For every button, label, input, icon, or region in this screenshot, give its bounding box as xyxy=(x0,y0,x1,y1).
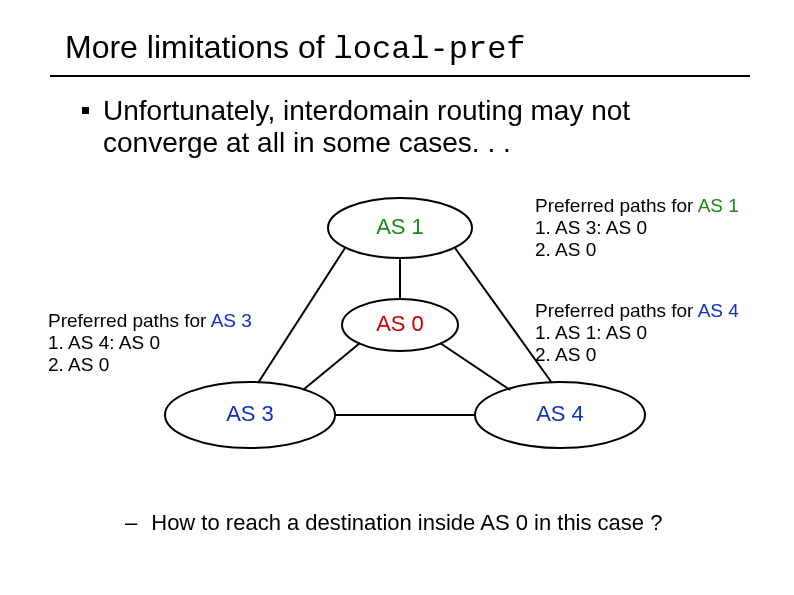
svg-line-7 xyxy=(303,343,360,390)
dash-icon: – xyxy=(125,510,137,536)
pp-as4-heading-as: AS 4 xyxy=(698,300,739,321)
pp-as1-heading: Preferred paths for AS 1 xyxy=(535,195,785,217)
preferred-paths-as4: Preferred paths for AS 4 1. AS 1: AS 0 2… xyxy=(535,300,785,366)
pp-as1-line2: 2. AS 0 xyxy=(535,239,785,261)
svg-point-0 xyxy=(328,198,472,258)
pp-as4-line2: 2. AS 0 xyxy=(535,344,785,366)
network-diagram xyxy=(0,0,794,595)
pp-as4-heading-pre: Preferred paths for xyxy=(535,300,698,321)
pp-as1-heading-pre: Preferred paths for xyxy=(535,195,698,216)
pp-as3-line1: 1. AS 4: AS 0 xyxy=(48,332,298,354)
pp-as4-line1: 1. AS 1: AS 0 xyxy=(535,322,785,344)
slide: More limitations of local-pref Unfortuna… xyxy=(0,0,794,595)
svg-point-2 xyxy=(165,382,335,448)
pp-as3-heading-pre: Preferred paths for xyxy=(48,310,211,331)
pp-as3-heading: Preferred paths for AS 3 xyxy=(48,310,298,332)
svg-point-3 xyxy=(475,382,645,448)
pp-as1-line1: 1. AS 3: AS 0 xyxy=(535,217,785,239)
preferred-paths-as3: Preferred paths for AS 3 1. AS 4: AS 0 2… xyxy=(48,310,298,376)
preferred-paths-as1: Preferred paths for AS 1 1. AS 3: AS 0 2… xyxy=(535,195,785,261)
sub-bullet-text: How to reach a destination inside AS 0 i… xyxy=(151,510,662,536)
sub-bullet: – How to reach a destination inside AS 0… xyxy=(125,510,765,536)
pp-as3-line2: 2. AS 0 xyxy=(48,354,298,376)
svg-line-8 xyxy=(440,343,510,390)
pp-as1-heading-as: AS 1 xyxy=(698,195,739,216)
pp-as3-heading-as: AS 3 xyxy=(211,310,252,331)
pp-as4-heading: Preferred paths for AS 4 xyxy=(535,300,785,322)
